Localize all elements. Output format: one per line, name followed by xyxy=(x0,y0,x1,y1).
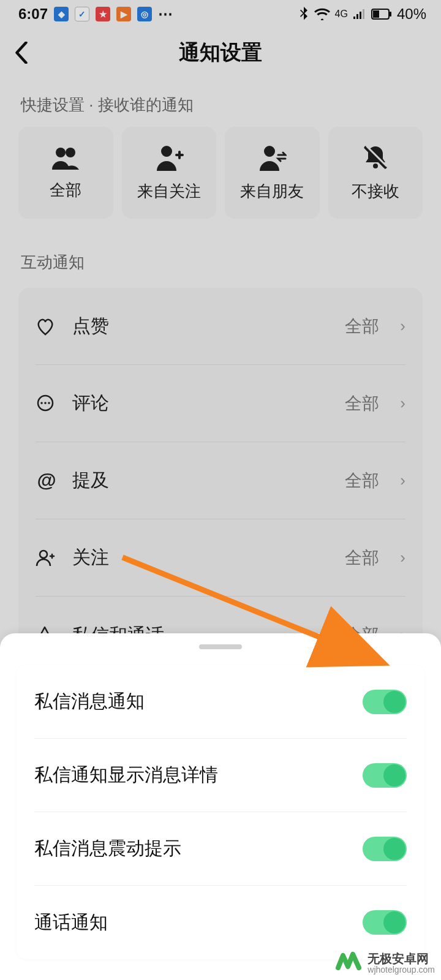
row-label: 提及 xyxy=(72,468,330,493)
quick-card-friends[interactable]: 来自朋友 xyxy=(225,127,320,219)
svg-point-4 xyxy=(66,148,75,157)
person-plus-icon xyxy=(36,549,58,567)
toggle-dm-vibrate[interactable] xyxy=(363,837,407,861)
watermark-text-en: wjhotelgroup.com xyxy=(368,965,435,974)
signal-icon xyxy=(353,9,366,20)
svg-point-7 xyxy=(373,164,378,168)
sheet-grabber[interactable] xyxy=(199,644,242,649)
chevron-right-icon: › xyxy=(400,471,405,490)
row-value: 全部 xyxy=(345,315,379,338)
row-like[interactable]: 点赞 全部 › xyxy=(36,288,405,365)
svg-point-12 xyxy=(44,402,47,404)
row-label: 关注 xyxy=(72,545,330,570)
svg-point-13 xyxy=(48,402,50,404)
person-add-icon xyxy=(154,144,184,171)
people-icon xyxy=(51,145,80,170)
quick-card-label: 来自关注 xyxy=(137,181,201,202)
bottom-sheet: 私信消息通知 私信通知显示消息详情 私信消息震动提示 通话通知 xyxy=(0,633,441,980)
bluetooth-icon xyxy=(298,7,309,21)
chevron-right-icon: › xyxy=(400,317,405,336)
sheet-row-dm-detail: 私信通知显示消息详情 xyxy=(34,739,407,812)
chevron-right-icon: › xyxy=(400,548,405,567)
interact-section-title: 互动通知 xyxy=(18,219,423,284)
toggle-dm-detail[interactable] xyxy=(363,763,407,788)
sheet-row-dm-notify: 私信消息通知 xyxy=(34,665,407,739)
quick-card-label: 全部 xyxy=(50,179,81,201)
svg-rect-1 xyxy=(390,12,391,17)
sheet-row-dm-vibrate: 私信消息震动提示 xyxy=(34,812,407,886)
at-icon: @ xyxy=(36,469,58,492)
battery-percent: 40% xyxy=(397,6,426,23)
quick-section-title: 快捷设置 · 接收谁的通知 xyxy=(18,77,423,127)
back-button[interactable] xyxy=(15,42,28,64)
quick-card-label: 来自朋友 xyxy=(240,181,304,202)
row-value: 全部 xyxy=(345,546,379,570)
status-app-icon-4: ▶ xyxy=(116,7,131,21)
svg-point-6 xyxy=(264,146,275,157)
toggle-dm-notify[interactable] xyxy=(363,690,407,714)
network-label: 4G xyxy=(335,9,348,20)
svg-rect-2 xyxy=(373,10,379,18)
heart-icon xyxy=(36,317,58,336)
status-app-icon-1: ◆ xyxy=(54,7,69,21)
quick-settings-row: 全部 来自关注 来自朋友 不接收 xyxy=(18,127,423,219)
sheet-row-label: 私信通知显示消息详情 xyxy=(34,763,363,788)
toggle-call-notify[interactable] xyxy=(363,910,407,935)
status-app-icon-2: ✓ xyxy=(75,7,89,21)
bell-off-icon xyxy=(362,144,389,171)
chevron-right-icon: › xyxy=(400,394,405,413)
row-label: 点赞 xyxy=(72,314,330,339)
sheet-row-label: 私信消息震动提示 xyxy=(34,836,363,861)
svg-point-3 xyxy=(56,148,66,157)
row-comment[interactable]: 评论 全部 › xyxy=(36,365,405,442)
row-value: 全部 xyxy=(345,469,379,492)
row-label: 评论 xyxy=(72,391,330,416)
chat-icon xyxy=(36,394,58,413)
watermark-text-cn: 无极安卓网 xyxy=(368,952,435,965)
svg-point-14 xyxy=(40,551,47,558)
status-more-icon: ⋯ xyxy=(158,6,173,23)
sheet-row-call-notify: 通话通知 xyxy=(34,886,407,959)
quick-card-following[interactable]: 来自关注 xyxy=(122,127,217,219)
status-app-icon-3: ★ xyxy=(96,7,110,21)
battery-icon xyxy=(371,9,392,20)
svg-point-5 xyxy=(161,146,172,157)
status-app-icon-5: ◎ xyxy=(137,7,152,21)
quick-card-all[interactable]: 全部 xyxy=(18,127,113,219)
sheet-row-label: 通话通知 xyxy=(34,910,363,935)
row-value: 全部 xyxy=(345,392,379,415)
person-swap-icon xyxy=(257,144,287,171)
svg-point-11 xyxy=(40,402,43,404)
sheet-list: 私信消息通知 私信通知显示消息详情 私信消息震动提示 通话通知 xyxy=(16,665,425,959)
row-mention[interactable]: @ 提及 全部 › xyxy=(36,442,405,519)
quick-card-none[interactable]: 不接收 xyxy=(328,127,423,219)
watermark: 无极安卓网 wjhotelgroup.com xyxy=(334,949,435,978)
status-time: 6:07 xyxy=(18,6,48,23)
watermark-logo-icon xyxy=(334,949,363,978)
row-follow[interactable]: 关注 全部 › xyxy=(36,519,405,597)
sheet-row-label: 私信消息通知 xyxy=(34,689,363,714)
header: 通知设置 xyxy=(0,28,441,77)
main-content: 快捷设置 · 接收谁的通知 全部 来自关注 来自朋友 不接收 互动通 xyxy=(0,77,441,674)
page-title: 通知设置 xyxy=(179,39,262,67)
interact-list: 点赞 全部 › 评论 全部 › @ 提及 全部 › 关注 全部 › xyxy=(18,288,423,674)
status-bar: 6:07 ◆ ✓ ★ ▶ ◎ ⋯ 4G 40% xyxy=(0,0,441,28)
wifi-icon xyxy=(314,8,330,20)
quick-card-label: 不接收 xyxy=(352,181,399,202)
